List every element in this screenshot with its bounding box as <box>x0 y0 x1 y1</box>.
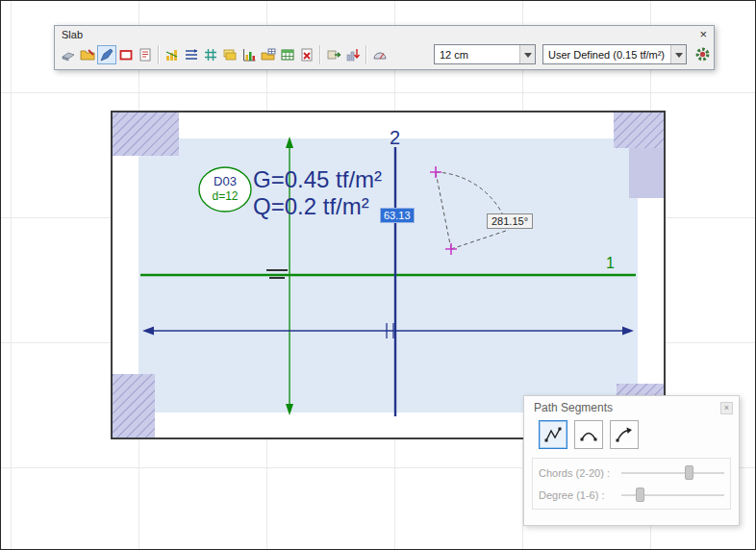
column-bottom-left[interactable] <box>112 374 155 438</box>
table-icon <box>280 47 295 62</box>
toolbar-button-protractor[interactable] <box>370 45 390 64</box>
toolbar-button-layers[interactable] <box>220 45 239 64</box>
mesh-icon <box>203 47 218 62</box>
axis-2-label: 2 <box>390 127 400 148</box>
slab-load-value: User Defined (0.15 tf/m²) <box>543 49 670 61</box>
toolbar-button-chart[interactable] <box>239 45 259 64</box>
slab-toolbar: 12 cm User Defined (0.15 tf/m²) <box>55 42 714 69</box>
path-segments-header: Path Segments × <box>524 396 739 416</box>
toolbar-button-mesh[interactable] <box>201 45 220 64</box>
select-icon <box>61 47 76 62</box>
toolbar-button-slab-outline[interactable] <box>116 45 136 64</box>
toolbar-button-diagram[interactable] <box>163 45 182 64</box>
slab-tag-name: D03 <box>214 174 237 188</box>
settings-gear-icon <box>694 46 711 62</box>
toolbar-button-open-table[interactable] <box>259 45 278 64</box>
slab-window-titlebar[interactable]: Slab × <box>55 26 714 42</box>
slab-window-close-button[interactable]: × <box>699 28 707 40</box>
import-icon <box>345 47 361 62</box>
curve-arrow-icon <box>615 425 634 444</box>
degree-label: Degree (1-6) : <box>539 489 617 501</box>
toolbar-button-select[interactable] <box>59 45 78 64</box>
degree-row: Degree (1-6) : <box>539 484 724 506</box>
arc-segment-button[interactable] <box>574 420 603 449</box>
delete-doc-icon <box>299 47 315 62</box>
toolbar-button-table[interactable] <box>278 45 297 64</box>
toolbar-button-draw-slab[interactable] <box>97 45 116 64</box>
open-table-icon <box>261 47 276 62</box>
angle-readout: 281.15° <box>487 213 533 229</box>
report-icon <box>138 47 153 62</box>
curve-segment-button[interactable] <box>610 420 639 449</box>
slab-window-title: Slab <box>62 29 83 40</box>
draw-slab-icon <box>99 47 114 62</box>
slab-thickness-combobox[interactable]: 12 cm <box>434 44 536 64</box>
axis-1-label: 1 <box>606 255 615 271</box>
dead-load-text: G=0.45 tf/m² <box>253 166 382 192</box>
length-edit-field[interactable]: 63.13 <box>380 208 415 223</box>
chords-slider[interactable] <box>621 464 724 482</box>
toolbar-separator <box>319 45 321 64</box>
degree-slider-thumb[interactable] <box>636 488 644 502</box>
slab-tag-thickness: d=12 <box>212 189 238 203</box>
toolbar-separator <box>365 45 367 64</box>
polyline-segment-button[interactable] <box>539 420 567 449</box>
reinforcement-icon <box>184 47 199 62</box>
chart-icon <box>241 47 257 62</box>
toolbar-button-delete-doc[interactable] <box>297 45 316 64</box>
arc-icon <box>579 425 598 444</box>
layers-icon <box>222 47 238 62</box>
toolbar-button-report[interactable] <box>136 45 155 64</box>
slab-outline-icon <box>118 47 134 62</box>
diagram-icon <box>164 47 180 62</box>
slab-load-combobox[interactable]: User Defined (0.15 tf/m²) <box>542 44 687 64</box>
toolbar-button-import[interactable] <box>343 45 363 64</box>
live-load-text: Q=0.2 tf/m² <box>253 193 369 219</box>
toolbar-button-open-edit[interactable] <box>78 45 97 64</box>
slab-thickness-value: 12 cm <box>435 49 519 61</box>
chevron-down-icon[interactable] <box>519 45 535 63</box>
protractor-icon <box>372 47 388 62</box>
column-top-left[interactable] <box>112 112 179 156</box>
toolbar-separator <box>158 45 160 64</box>
column-top-right-extension[interactable] <box>629 148 665 198</box>
degree-slider[interactable] <box>621 487 724 504</box>
segment-type-buttons <box>524 416 739 449</box>
column-top-right[interactable] <box>614 112 665 148</box>
toolbar-button-reinforcement[interactable] <box>182 45 201 64</box>
chords-slider-track <box>621 472 724 474</box>
segment-options-group: Chords (2-20) : Degree (1-6) : <box>532 458 731 510</box>
chords-slider-thumb[interactable] <box>685 465 693 480</box>
chords-label: Chords (2-20) : <box>539 467 617 479</box>
open-edit-icon <box>80 47 95 62</box>
toolbar-button-export[interactable] <box>324 45 343 64</box>
application-window: { "slab_window": { "title": "Slab", "clo… <box>0 0 756 550</box>
settings-gear-button[interactable] <box>693 45 712 64</box>
slab-toolbar-window: Slab × <box>54 25 715 70</box>
export-icon <box>326 47 341 62</box>
polyline-icon <box>543 425 563 444</box>
path-segments-close-button[interactable]: × <box>720 402 733 414</box>
path-segments-title: Path Segments <box>534 401 613 414</box>
path-segments-panel: Path Segments × Chor <box>523 395 740 526</box>
chevron-down-icon[interactable] <box>670 45 686 63</box>
chords-row: Chords (2-20) : <box>539 462 724 484</box>
